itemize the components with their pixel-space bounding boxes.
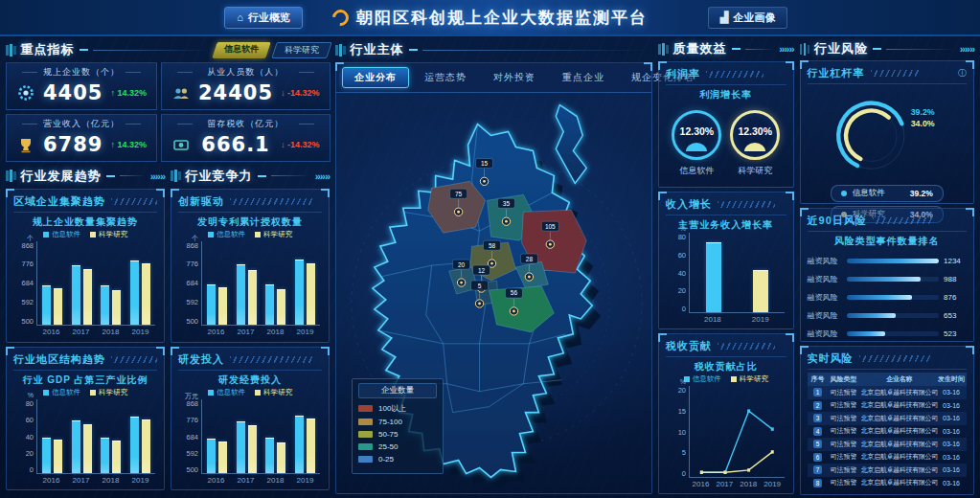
bar bbox=[237, 421, 245, 473]
panel-revenue-growth: 收入增长 主营业务收入增长率%80604020020182019 bbox=[658, 192, 794, 329]
stat-delta: ↑ 14.32% bbox=[110, 140, 147, 149]
more-link[interactable]: »»» bbox=[779, 43, 793, 55]
chart-legend: 信息软件科学研究 bbox=[178, 388, 322, 397]
chart-title: 行业 GDP 占第三产业比例 bbox=[13, 374, 157, 387]
tab-item[interactable]: 运营态势 bbox=[413, 68, 478, 87]
svg-text:12: 12 bbox=[478, 267, 486, 274]
stat-value: 666.1 bbox=[198, 133, 273, 156]
map-legend-item: 25-50 bbox=[358, 442, 437, 451]
chart-title: 税收贡献占比 bbox=[666, 360, 786, 374]
map-legend-title: 企业数量 bbox=[358, 383, 437, 398]
stat-value: 6789 bbox=[43, 133, 103, 156]
app-title-wrap: 朝阳区科创规上企业大数据监测平台 bbox=[332, 7, 648, 29]
map-exclave bbox=[556, 105, 586, 184]
filter-tag[interactable]: 科学研究 bbox=[271, 42, 332, 58]
section-title: 重点指标 bbox=[21, 41, 75, 58]
ring-gauge: 12.30%科学研究 bbox=[730, 110, 780, 177]
filter-tag[interactable]: 信息软件 bbox=[212, 42, 271, 58]
table-row[interactable]: 7司法预警北京启航卓越科技有限公司03-16 bbox=[808, 464, 967, 477]
table-row[interactable]: 6司法预警北京启航卓越科技有限公司03-16 bbox=[808, 451, 967, 464]
section-bars-icon bbox=[658, 43, 669, 56]
stat-delta: ↓ -14.32% bbox=[281, 88, 320, 98]
hbar-row: 融资风险653 bbox=[808, 310, 967, 321]
hbar-row: 融资风险1234 bbox=[808, 256, 967, 266]
chart-revenue-growth: 主营业务收入增长率%80604020020182019 bbox=[666, 218, 786, 324]
bar bbox=[83, 424, 92, 473]
table-row[interactable]: 5司法预警北京启航卓越科技有限公司03-16 bbox=[808, 438, 967, 451]
bar bbox=[265, 438, 274, 473]
chart-tax-contribution: 税收贡献占比信息软件科学研究%201510502016201720182019 bbox=[666, 360, 786, 488]
bar bbox=[42, 285, 51, 325]
bar bbox=[101, 438, 109, 473]
bar bbox=[248, 270, 257, 325]
stat-delta: ↓ -14.32% bbox=[281, 140, 320, 149]
chart-patents: 发明专利累计授权数量信息软件科学研究个868776684592500201620… bbox=[178, 215, 322, 336]
table-row[interactable]: 4司法预警北京启航卓越科技有限公司03-16 bbox=[808, 425, 967, 439]
panel-innovation: 创新驱动 发明专利累计授权数量信息软件科学研究个8687766845925002… bbox=[171, 189, 330, 343]
bar bbox=[265, 284, 274, 325]
chart-title: 发明专利累计授权数量 bbox=[178, 215, 322, 229]
panel-region-agglomeration: 区域企业集聚趋势 规上企业数量集聚趋势信息软件科学研究个868776684592… bbox=[6, 189, 165, 343]
tab-item[interactable]: 重点企业 bbox=[551, 68, 616, 87]
hbar-row: 融资风险988 bbox=[808, 274, 967, 284]
chart-legend: 信息软件科学研究 bbox=[13, 230, 157, 239]
bar bbox=[207, 439, 216, 473]
chart-legend: 信息软件科学研究 bbox=[13, 388, 157, 397]
svg-text:75: 75 bbox=[455, 191, 463, 197]
filter-tag-label: 信息软件 bbox=[224, 43, 259, 56]
nav-enterprise-portrait-button[interactable]: ▟ 企业画像 bbox=[708, 7, 787, 29]
bar bbox=[307, 263, 315, 324]
section-bars-icon bbox=[171, 170, 181, 182]
chart-gdp-share: 行业 GDP 占第三产业比例信息软件科学研究%80604020020162017… bbox=[13, 374, 157, 485]
district-map: 15 75 35 105 58 28 bbox=[336, 93, 651, 493]
section-bars-icon bbox=[6, 44, 16, 57]
bar bbox=[83, 269, 92, 324]
tab-item[interactable]: 对外投资 bbox=[482, 68, 547, 87]
more-link[interactable]: »»» bbox=[960, 43, 974, 55]
map-legend-item: 0-25 bbox=[358, 455, 437, 464]
nav-enterprise-portrait-label: 企业画像 bbox=[733, 11, 775, 25]
stat-card: 规上企业数（个）4405↑ 14.32% bbox=[6, 62, 157, 110]
bar bbox=[237, 264, 245, 324]
section-industry-body: 行业主体 bbox=[335, 40, 652, 59]
bar bbox=[706, 242, 721, 312]
ring-gauge: 12.30%信息软件 bbox=[672, 110, 721, 177]
bar bbox=[42, 438, 51, 473]
chart-rnd-spend: 研发经费投入信息软件科学研究万元868776684592500201620172… bbox=[178, 374, 322, 485]
svg-text:56: 56 bbox=[511, 289, 518, 296]
table-header: 序号风险类型企业名称发生时间 bbox=[808, 373, 967, 386]
more-link[interactable]: »»» bbox=[150, 170, 165, 182]
svg-text:34.0%: 34.0% bbox=[910, 119, 934, 128]
chart-title: 研发经费投入 bbox=[178, 374, 322, 387]
badge-icon bbox=[16, 83, 35, 102]
map-legend-items: 100以上75-10050-7525-500-25 bbox=[358, 403, 437, 464]
chart-legend: 信息软件科学研究 bbox=[178, 230, 322, 239]
bar bbox=[72, 420, 80, 473]
tab-active[interactable]: 企业分布 bbox=[342, 67, 409, 88]
stat-card: 营业收入（亿元）6789↑ 14.32% bbox=[6, 114, 157, 162]
table-row[interactable]: 2司法预警北京启航卓越科技有限公司03-16 bbox=[808, 399, 967, 413]
table-row[interactable]: 1司法预警北京启航卓越科技有限公司03-16 bbox=[808, 386, 967, 399]
panel-leverage: 行业杠杆率ⓘ 39.2% 34.0%信息软件39.2%科学研究34.0% bbox=[800, 60, 974, 204]
bar bbox=[295, 416, 304, 473]
more-link[interactable]: »»» bbox=[315, 170, 330, 182]
section-key-indicators: 重点指标 信息软件科学研究 bbox=[6, 40, 330, 59]
panel-profit-rate: 利润率 利润增长率 12.30%信息软件12.30%科学研究 bbox=[658, 61, 794, 188]
stat-card: 从业人员数（人）24405↓ -14.32% bbox=[161, 62, 330, 110]
bar bbox=[130, 260, 139, 325]
svg-text:28: 28 bbox=[526, 256, 534, 262]
table-row[interactable]: 8司法预警北京启航卓越科技有限公司03-16 bbox=[808, 477, 967, 490]
stat-label: 营业收入（亿元） bbox=[14, 118, 148, 130]
map-legend-item: 75-100 bbox=[358, 418, 437, 426]
info-icon[interactable]: ⓘ bbox=[958, 67, 967, 79]
profit-gauges: 12.30%信息软件12.30%科学研究 bbox=[666, 102, 786, 179]
bar bbox=[218, 287, 227, 324]
table-row[interactable]: 3司法预警北京启航卓越科技有限公司03-16 bbox=[808, 412, 967, 425]
section-bars-icon bbox=[335, 44, 346, 57]
bar bbox=[753, 270, 768, 312]
nav-industry-overview-button[interactable]: ⌂ 行业概览 bbox=[224, 7, 303, 29]
industry-body-tabs: 企业分布运营态势对外投资重点企业规企变化排名 bbox=[336, 63, 651, 93]
bar bbox=[277, 289, 285, 325]
svg-text:5: 5 bbox=[478, 283, 482, 289]
gauge-legend-pill: 信息软件39.2% bbox=[831, 185, 944, 202]
